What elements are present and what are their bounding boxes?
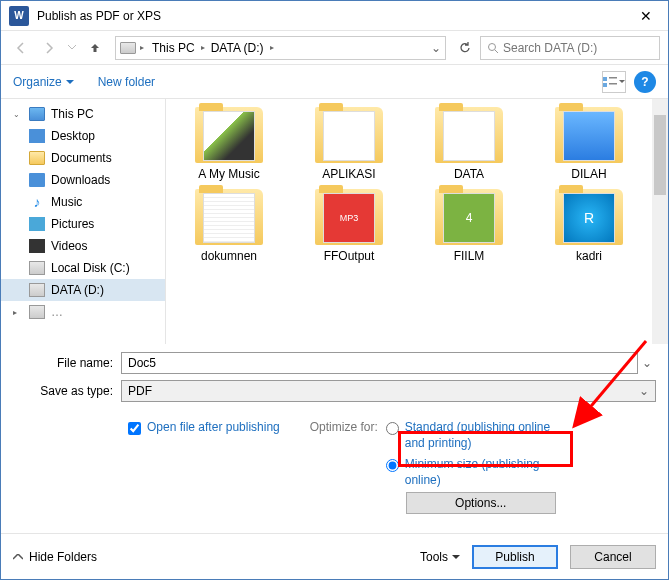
window-title: Publish as PDF or XPS <box>37 9 623 23</box>
pictures-icon <box>29 217 45 231</box>
dialog-footer: Hide Folders Tools Publish Cancel <box>1 533 668 579</box>
videos-icon <box>29 239 45 253</box>
savetype-label: Save as type: <box>13 384 121 398</box>
navigation-bar: ▸ This PC ▸ DATA (D:) ▸ ⌄ Search DATA (D… <box>1 31 668 65</box>
desktop-icon <box>29 129 45 143</box>
folder-item[interactable]: Rkadri <box>534 189 644 263</box>
svg-point-0 <box>489 43 496 50</box>
drive-icon <box>29 305 45 319</box>
folder-content[interactable]: A My Music APLIKASI DATA DILAH dokumnen … <box>166 99 668 344</box>
tree-item-desktop[interactable]: Desktop <box>1 125 165 147</box>
open-after-checkbox[interactable]: Open file after publishing <box>128 420 280 514</box>
address-dropdown-icon[interactable]: ⌄ <box>431 41 441 55</box>
search-icon <box>487 42 499 54</box>
tree-item-pictures[interactable]: Pictures <box>1 213 165 235</box>
new-folder-button[interactable]: New folder <box>98 75 155 89</box>
optimize-minimum-radio[interactable]: Minimum size (publishing online) <box>386 457 556 488</box>
svg-rect-5 <box>609 83 617 85</box>
vertical-scrollbar[interactable] <box>652 99 668 344</box>
refresh-button[interactable] <box>454 37 476 59</box>
svg-rect-2 <box>603 77 607 81</box>
drive-icon <box>29 283 45 297</box>
tree-label: This PC <box>51 107 94 121</box>
folder-item[interactable]: A My Music <box>174 107 284 181</box>
options-button[interactable]: Options... <box>406 492 556 514</box>
expand-icon[interactable]: ▸ <box>13 308 23 317</box>
nav-recent-dropdown[interactable] <box>65 36 79 60</box>
word-app-icon: W <box>9 6 29 26</box>
organize-button[interactable]: Organize <box>13 75 74 89</box>
breadcrumb: This PC ▸ DATA (D:) ▸ <box>148 39 427 57</box>
tools-dropdown[interactable]: Tools <box>420 550 460 564</box>
tree-item-music[interactable]: ♪Music <box>1 191 165 213</box>
chevron-up-icon <box>13 554 23 560</box>
filename-dropdown-icon[interactable]: ⌄ <box>638 356 656 370</box>
pc-icon <box>29 107 45 121</box>
titlebar: W Publish as PDF or XPS ✕ <box>1 1 668 31</box>
tree-item-downloads[interactable]: Downloads <box>1 169 165 191</box>
svg-rect-3 <box>609 77 617 79</box>
chevron-right-icon: ▸ <box>140 43 144 52</box>
view-mode-button[interactable] <box>602 71 626 93</box>
tree-item-this-pc[interactable]: ⌄ This PC <box>1 103 165 125</box>
nav-back-button[interactable] <box>9 36 33 60</box>
tree-item-videos[interactable]: Videos <box>1 235 165 257</box>
nav-up-button[interactable] <box>83 36 107 60</box>
filename-input[interactable] <box>121 352 638 374</box>
folder-item[interactable]: dokumnen <box>174 189 284 263</box>
optimize-label: Optimize for: <box>310 420 378 434</box>
drive-icon <box>120 42 136 54</box>
address-bar[interactable]: ▸ This PC ▸ DATA (D:) ▸ ⌄ <box>115 36 446 60</box>
folder-item[interactable]: MP3FFOutput <box>294 189 404 263</box>
filename-label: File name: <box>13 356 121 370</box>
breadcrumb-segment[interactable]: DATA (D:) <box>207 39 268 57</box>
tree-item-more[interactable]: ▸… <box>1 301 165 323</box>
svg-rect-4 <box>603 83 607 87</box>
help-button[interactable]: ? <box>634 71 656 93</box>
folder-item[interactable]: APLIKASI <box>294 107 404 181</box>
nav-forward-button[interactable] <box>37 36 61 60</box>
navigation-tree: ⌄ This PC Desktop Documents Downloads ♪M… <box>1 99 166 344</box>
music-icon: ♪ <box>29 195 45 209</box>
hide-folders-button[interactable]: Hide Folders <box>13 550 97 564</box>
svg-line-1 <box>495 50 498 53</box>
toolbar: Organize New folder ? <box>1 65 668 99</box>
search-placeholder: Search DATA (D:) <box>503 41 597 55</box>
folder-item[interactable]: DATA <box>414 107 524 181</box>
chevron-down-icon <box>452 555 460 559</box>
folder-icon <box>29 151 45 165</box>
drive-icon <box>29 261 45 275</box>
optimize-standard-radio[interactable]: Standard (publishing online and printing… <box>386 420 556 451</box>
chevron-right-icon: ▸ <box>270 43 274 52</box>
folder-item[interactable]: DILAH <box>534 107 644 181</box>
save-form: File name: ⌄ Save as type: PDF ⌄ Open fi… <box>1 344 668 522</box>
close-button[interactable]: ✕ <box>623 1 668 31</box>
collapse-icon[interactable]: ⌄ <box>13 110 23 119</box>
chevron-right-icon: ▸ <box>201 43 205 52</box>
search-input[interactable]: Search DATA (D:) <box>480 36 660 60</box>
savetype-select[interactable]: PDF ⌄ <box>121 380 656 402</box>
publish-button[interactable]: Publish <box>472 545 558 569</box>
tree-item-data-d[interactable]: DATA (D:) <box>1 279 165 301</box>
breadcrumb-segment[interactable]: This PC <box>148 39 199 57</box>
main-area: ⌄ This PC Desktop Documents Downloads ♪M… <box>1 99 668 344</box>
chevron-down-icon: ⌄ <box>639 384 649 398</box>
downloads-icon <box>29 173 45 187</box>
tree-item-documents[interactable]: Documents <box>1 147 165 169</box>
tree-item-local-disk-c[interactable]: Local Disk (C:) <box>1 257 165 279</box>
cancel-button[interactable]: Cancel <box>570 545 656 569</box>
folder-item[interactable]: 4FIILM <box>414 189 524 263</box>
